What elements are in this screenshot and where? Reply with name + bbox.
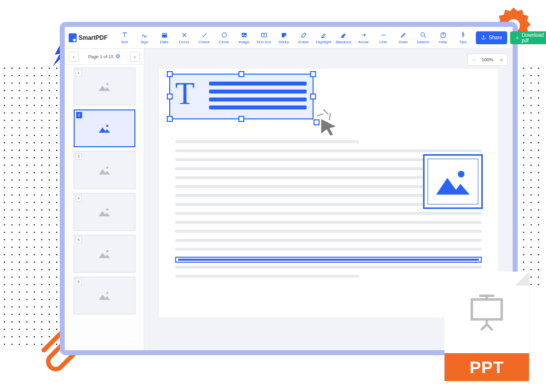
svg-point-573 xyxy=(523,269,525,271)
svg-point-53 xyxy=(26,105,28,106)
svg-point-347 xyxy=(56,321,58,323)
svg-point-246 xyxy=(49,247,50,248)
svg-point-194 xyxy=(34,209,35,211)
tool-text[interactable]: Text xyxy=(114,28,134,48)
download-button[interactable]: Download pdf xyxy=(510,31,546,44)
prev-page-button[interactable]: ‹ xyxy=(69,52,79,62)
svg-point-553 xyxy=(531,247,532,248)
svg-point-73 xyxy=(26,120,28,121)
tool-search[interactable]: Search xyxy=(413,28,433,48)
svg-point-313 xyxy=(26,299,28,300)
svg-point-398 xyxy=(523,83,525,84)
svg-point-477 xyxy=(538,165,540,166)
tool-draw[interactable]: Draw xyxy=(393,28,413,48)
svg-point-215 xyxy=(41,224,43,226)
svg-point-60 xyxy=(4,112,5,114)
svg-point-25 xyxy=(41,83,43,84)
page-settings-icon[interactable]: ⚙ xyxy=(115,53,120,60)
svg-point-546 xyxy=(531,239,532,241)
zoom-control: − 100% + xyxy=(467,54,508,66)
svg-point-101 xyxy=(11,142,13,144)
thumbnail[interactable]: 1 xyxy=(74,68,135,105)
tool-textbox[interactable]: Text box xyxy=(254,28,274,48)
resize-handle[interactable] xyxy=(238,116,244,122)
brand-logo[interactable]: SmartPDF xyxy=(69,33,108,42)
svg-point-91 xyxy=(11,135,13,136)
svg-point-560 xyxy=(531,254,532,256)
resize-handle[interactable] xyxy=(238,71,244,77)
resize-handle[interactable] xyxy=(167,116,173,122)
svg-point-292 xyxy=(19,284,20,286)
svg-point-105 xyxy=(41,142,43,144)
resize-handle[interactable] xyxy=(167,94,173,99)
svg-point-353 xyxy=(26,329,28,330)
svg-point-517 xyxy=(523,209,525,211)
thumbnail[interactable]: 5 xyxy=(74,235,135,273)
tool-circle[interactable]: Circle xyxy=(214,28,234,48)
svg-point-107 xyxy=(56,142,58,144)
thumbnail[interactable]: 4 xyxy=(74,193,135,231)
svg-point-47 xyxy=(56,98,58,99)
zoom-in-button[interactable]: + xyxy=(495,54,507,65)
next-page-button[interactable]: › xyxy=(130,52,140,62)
selected-line-element[interactable] xyxy=(175,257,482,263)
tool-erase[interactable]: Erase xyxy=(294,28,314,48)
svg-point-175 xyxy=(41,195,43,196)
tool-highlight[interactable]: Highlight xyxy=(314,28,333,48)
tool-blackout[interactable]: Blackout xyxy=(333,28,353,48)
resize-handle[interactable] xyxy=(310,94,316,99)
svg-point-305 xyxy=(41,292,43,293)
svg-point-113 xyxy=(26,150,28,151)
share-button[interactable]: Share xyxy=(476,31,507,44)
svg-point-62 xyxy=(19,112,20,114)
svg-point-217 xyxy=(56,224,58,226)
svg-point-272 xyxy=(19,269,20,271)
svg-point-434 xyxy=(531,120,532,121)
selected-text-block[interactable]: T xyxy=(169,74,314,119)
thumbnail[interactable]: 2 xyxy=(74,109,135,147)
tool-sign[interactable]: Sign xyxy=(134,28,154,48)
svg-point-510 xyxy=(523,202,525,203)
svg-point-225 xyxy=(41,232,43,233)
svg-point-83 xyxy=(26,127,28,129)
svg-point-412 xyxy=(523,98,525,99)
svg-point-433 xyxy=(523,120,525,121)
thumbnail[interactable]: 3 xyxy=(74,151,135,189)
svg-point-526 xyxy=(538,217,540,218)
svg-point-250 xyxy=(4,254,5,256)
tool-arrow[interactable]: Arrow xyxy=(353,28,373,48)
svg-point-361 xyxy=(11,336,13,338)
svg-point-147 xyxy=(56,172,58,174)
svg-point-222 xyxy=(19,232,20,233)
svg-point-151 xyxy=(11,180,13,181)
tool-image[interactable]: Image xyxy=(234,28,254,48)
brand-icon xyxy=(69,33,77,42)
tool-help[interactable]: Help xyxy=(433,28,453,48)
svg-point-231 xyxy=(11,239,13,241)
svg-point-282 xyxy=(19,277,20,278)
tool-tips[interactable]: Tips xyxy=(453,28,473,48)
svg-point-213 xyxy=(26,224,28,226)
svg-point-293 xyxy=(26,284,28,286)
svg-point-245 xyxy=(41,247,43,248)
tool-check[interactable]: Check xyxy=(194,28,214,48)
tool-date[interactable]: Date xyxy=(154,28,174,48)
image-placeholder[interactable] xyxy=(423,154,483,209)
thumbnail[interactable]: 6 xyxy=(74,277,135,314)
svg-point-498 xyxy=(538,187,540,189)
svg-point-335 xyxy=(41,314,43,315)
tool-sticky[interactable]: Sticky xyxy=(274,28,294,48)
svg-point-161 xyxy=(11,187,13,189)
tool-line[interactable]: Line xyxy=(373,28,393,48)
thumbnail-number: 1 xyxy=(76,70,82,76)
resize-handle[interactable] xyxy=(167,71,173,77)
zoom-out-button[interactable]: − xyxy=(468,54,480,65)
tool-cross[interactable]: Cross xyxy=(174,28,194,48)
image-icon xyxy=(98,206,111,217)
svg-point-50 xyxy=(4,105,5,106)
svg-point-462 xyxy=(531,150,532,151)
resize-handle[interactable] xyxy=(310,71,316,77)
svg-point-267 xyxy=(56,262,58,263)
svg-point-15 xyxy=(41,75,43,77)
svg-point-152 xyxy=(19,180,20,181)
